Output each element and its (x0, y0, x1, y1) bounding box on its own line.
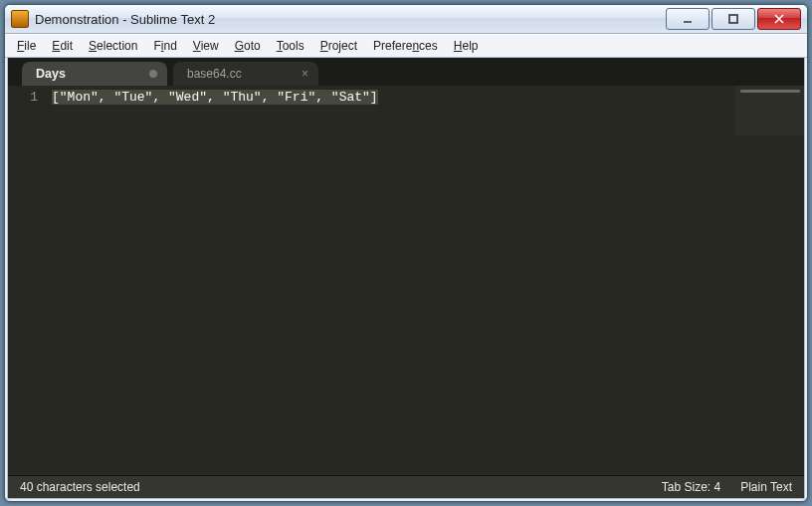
tab-close-icon[interactable]: × (302, 68, 308, 80)
minimap-line (740, 90, 800, 93)
tab-label: base64.cc (187, 67, 242, 81)
app-icon (11, 10, 29, 28)
tab-days[interactable]: Days (22, 62, 167, 86)
client-area: Days base64.cc × 1 ["Mon", "Tue", "Wed",… (7, 58, 805, 499)
menu-preferences[interactable]: Preferences (365, 37, 446, 55)
titlebar[interactable]: Demonstration - Sublime Text 2 (5, 5, 807, 34)
statusbar: 40 characters selected Tab Size: 4 Plain… (8, 475, 804, 498)
menu-selection[interactable]: Selection (81, 37, 145, 55)
menu-goto[interactable]: Goto (227, 37, 269, 55)
editor[interactable]: 1 ["Mon", "Tue", "Wed", "Thu", "Fri", "S… (8, 86, 804, 475)
menu-file[interactable]: File (9, 37, 44, 55)
tab-bar: Days base64.cc × (8, 58, 804, 86)
tab-base64[interactable]: base64.cc × (173, 62, 318, 86)
maximize-button[interactable] (711, 8, 755, 30)
window: Demonstration - Sublime Text 2 File Edit… (4, 4, 808, 502)
close-icon (773, 13, 785, 25)
svg-rect-1 (729, 15, 737, 23)
minimap[interactable] (734, 86, 804, 135)
gutter: 1 (8, 86, 46, 475)
status-tab-size[interactable]: Tab Size: 4 (662, 480, 720, 494)
dirty-indicator-icon (149, 70, 157, 78)
status-selection: 40 characters selected (20, 480, 140, 494)
code-line[interactable]: ["Mon", "Tue", "Wed", "Thu", "Fri", "Sat… (52, 90, 378, 105)
minimize-icon (682, 13, 694, 25)
menubar: File Edit Selection Find View Goto Tools… (5, 34, 807, 58)
menu-view[interactable]: View (185, 37, 227, 55)
status-syntax[interactable]: Plain Text (740, 480, 792, 494)
menu-edit[interactable]: Edit (44, 37, 81, 55)
maximize-icon (727, 13, 739, 25)
close-button[interactable] (757, 8, 801, 30)
menu-help[interactable]: Help (446, 37, 487, 55)
minimize-button[interactable] (666, 8, 710, 30)
window-buttons (666, 8, 801, 30)
code-area[interactable]: ["Mon", "Tue", "Wed", "Thu", "Fri", "Sat… (46, 86, 804, 475)
window-title: Demonstration - Sublime Text 2 (35, 12, 666, 27)
menu-find[interactable]: Find (145, 37, 184, 55)
tab-label: Days (36, 67, 66, 81)
menu-project[interactable]: Project (312, 37, 365, 55)
line-number: 1 (8, 90, 38, 105)
menu-tools[interactable]: Tools (269, 37, 312, 55)
